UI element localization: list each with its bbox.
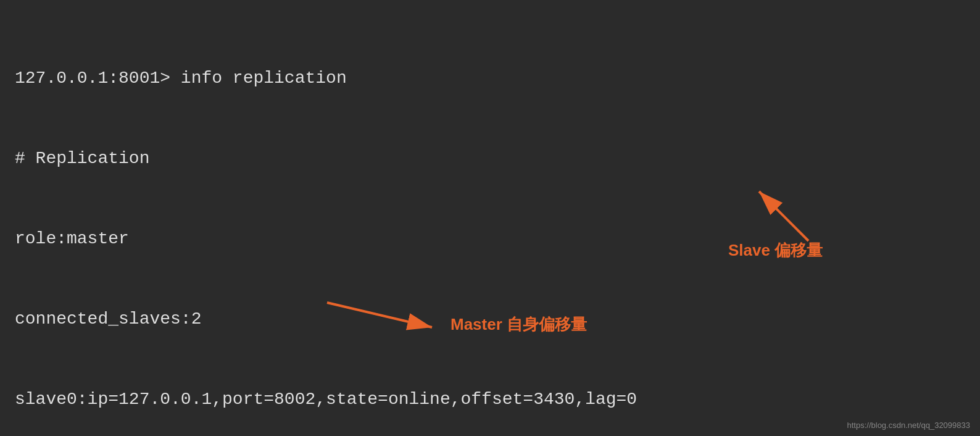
prompt-line: 127.0.0.1:8001> info replication (15, 65, 965, 91)
watermark: https://blog.csdn.net/qq_32099833 (847, 421, 971, 430)
slave0-line: slave0:ip=127.0.0.1,port=8002,state=onli… (15, 386, 965, 413)
terminal-output: 127.0.0.1:8001> info replication # Repli… (0, 0, 980, 436)
master-label: Master 自身偏移量 (451, 314, 587, 335)
slave-label: Slave 偏移量 (728, 240, 823, 261)
section-line: # Replication (15, 145, 965, 172)
